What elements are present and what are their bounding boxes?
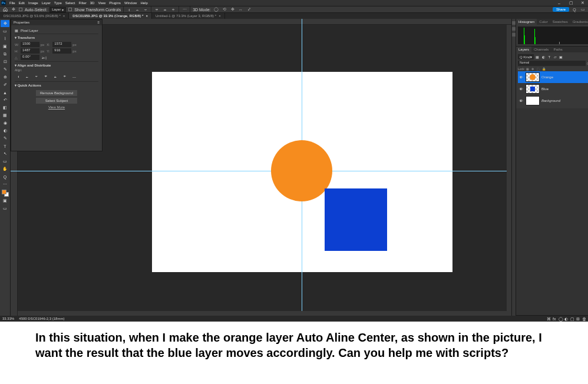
3d-roll-icon[interactable]: ⟲ — [222, 6, 227, 12]
layer-thumbnail[interactable] — [526, 72, 540, 82]
quick-actions-header[interactable]: ▾ Quick Actions — [15, 81, 98, 88]
close-tab-icon[interactable]: × — [219, 14, 221, 18]
menu-image[interactable]: Image — [28, 1, 38, 5]
document-tab[interactable]: DSC01959.JPG @ 33.3% (Orange, RGB/8) *× — [69, 13, 152, 19]
histogram-tab[interactable]: Histogram — [516, 19, 537, 25]
layer-name[interactable]: Blue — [541, 87, 549, 91]
lock-all-icon[interactable]: ▦ — [526, 67, 530, 71]
zoom-tool[interactable]: Q — [1, 173, 9, 180]
3d-slide-icon[interactable]: ↔ — [238, 6, 244, 12]
align-vcenter-icon[interactable]: ⫨ — [52, 74, 58, 80]
auto-select-checkbox[interactable] — [19, 8, 22, 11]
filter-type-icon[interactable]: T — [547, 55, 551, 59]
menu-3d[interactable]: 3D — [90, 1, 95, 5]
flip-icons[interactable]: ≥◁ — [42, 55, 47, 59]
menu-filter[interactable]: Filter — [78, 1, 86, 5]
quick-mask[interactable]: ▣ — [1, 197, 9, 204]
layer-mask-icon[interactable]: ◯ — [559, 317, 563, 321]
align-top-icon[interactable]: ⫧ — [154, 6, 160, 12]
visibility-icon[interactable]: 👁 — [519, 99, 524, 103]
paths-tab[interactable]: Paths — [551, 47, 564, 52]
close-tab-icon[interactable]: × — [146, 14, 148, 18]
guide-horizontal[interactable] — [11, 171, 511, 171]
align-more-icon[interactable]: ⋯ — [71, 74, 77, 80]
align-bottom-icon[interactable]: ⫩ — [170, 6, 176, 12]
view-more-link[interactable]: View More — [15, 105, 98, 109]
layer-row[interactable]: 👁 Blue ⊕ — [518, 83, 588, 95]
home-button[interactable] — [2, 6, 8, 12]
menu-window[interactable]: Window — [124, 1, 137, 5]
menu-select[interactable]: Select — [65, 1, 75, 5]
visibility-icon[interactable]: 👁 — [519, 87, 524, 91]
close-tab-icon[interactable]: × — [63, 14, 65, 18]
filter-shape-icon[interactable]: ▱ — [553, 55, 557, 59]
align-hcenter-icon[interactable]: ⫠ — [24, 74, 30, 80]
layer-row[interactable]: 👁 Background 🔒 — [518, 95, 588, 107]
color-tab[interactable]: Color — [537, 19, 550, 25]
menu-type[interactable]: Type — [54, 1, 62, 5]
width-input[interactable]: 1500 — [21, 42, 39, 47]
layer-thumbnail[interactable] — [526, 84, 540, 94]
gradients-tab[interactable]: Gradients — [570, 19, 588, 25]
marquee-tool[interactable]: ▭ — [1, 28, 9, 35]
doc-info[interactable]: 4500 DSC01946-2,3 (18mm) — [19, 317, 64, 320]
3d-pan-icon[interactable]: ✥ — [230, 6, 236, 12]
eraser-tool[interactable]: ◧ — [1, 104, 9, 111]
channels-tab[interactable]: Channels — [531, 47, 551, 52]
blend-mode-select[interactable]: Normal — [518, 61, 586, 66]
blur-tool[interactable]: ◉ — [1, 120, 9, 127]
object-select-tool[interactable]: ▣ — [1, 43, 9, 50]
transform-header[interactable]: ▾ Transform — [15, 34, 98, 41]
document-tab[interactable]: Untitled-1 @ 73.3% (Layer 3, RGB/8) *× — [152, 13, 225, 19]
pen-tool[interactable]: ✎ — [1, 135, 9, 142]
path-tool[interactable]: ↖ — [1, 150, 9, 157]
heal-tool[interactable]: ⊕ — [1, 74, 9, 81]
crop-tool[interactable]: ⧉ — [1, 51, 9, 58]
lock-pixel-icon[interactable]: ⬚ — [537, 67, 541, 71]
filter-pixel-icon[interactable]: ▦ — [535, 55, 540, 59]
select-subject-button[interactable]: Select Subject — [36, 98, 77, 104]
layer-name[interactable]: Background — [541, 99, 560, 102]
new-layer-icon[interactable]: ⊞ — [576, 317, 580, 321]
share-button[interactable]: Share — [553, 7, 569, 12]
panel-menu-icon[interactable]: ≡ — [97, 21, 100, 24]
visibility-icon[interactable]: 👁 — [519, 75, 524, 80]
lock-pos-icon[interactable]: ✥ — [531, 67, 536, 71]
link-layers-icon[interactable]: ⌘ — [547, 317, 551, 321]
search-icon[interactable]: Q — [572, 6, 577, 12]
align-header[interactable]: ▾ Align and Distribute — [15, 61, 98, 68]
orange-layer-shape[interactable] — [271, 140, 332, 201]
auto-select-target[interactable]: Layer ▾ — [49, 7, 66, 12]
menu-help[interactable]: Help — [140, 1, 147, 5]
angle-input[interactable]: 0.00° — [21, 55, 39, 60]
type-tool[interactable]: T — [1, 143, 9, 150]
workspace-icon[interactable]: ▭ — [580, 6, 586, 12]
scrollbar-horizontal[interactable] — [18, 311, 511, 316]
gradient-tool[interactable]: ▦ — [1, 112, 9, 119]
close-button[interactable]: ✕ — [579, 1, 587, 5]
lasso-tool[interactable]: ⌇ — [1, 35, 9, 42]
eyedropper-tool[interactable]: ✎ — [1, 66, 9, 73]
move-tool[interactable]: ✥ — [1, 20, 9, 27]
group-icon[interactable]: ▢ — [570, 317, 574, 321]
y-input[interactable]: 916 — [52, 48, 71, 54]
zoom-level[interactable]: 33.33% — [2, 317, 14, 320]
align-center-h-icon[interactable]: ⫠ — [134, 6, 140, 12]
lock-lock-icon[interactable]: 🔒 — [542, 67, 546, 71]
collapsed-panel-icon[interactable] — [512, 21, 516, 25]
height-input[interactable]: 1487 — [21, 48, 39, 54]
canvas[interactable] — [152, 72, 452, 272]
screen-mode[interactable]: ▭ — [1, 205, 9, 212]
layer-row[interactable]: 👁 Orange ⊕ — [518, 71, 588, 83]
align-right-icon[interactable]: ⫟ — [34, 74, 39, 80]
minimize-button[interactable]: – — [555, 1, 563, 5]
menu-view[interactable]: View — [98, 1, 105, 5]
blue-layer-shape[interactable] — [325, 188, 387, 251]
align-left-icon[interactable]: ⫞ — [15, 74, 21, 80]
filter-smart-icon[interactable]: ▣ — [559, 55, 563, 59]
menu-edit[interactable]: Edit — [19, 1, 25, 5]
swatches-tab[interactable]: Swatches — [550, 19, 570, 25]
scrollbar-vertical[interactable] — [507, 25, 511, 311]
menu-plugins[interactable]: Plugins — [109, 1, 121, 5]
dodge-tool[interactable]: ◐ — [1, 127, 9, 134]
